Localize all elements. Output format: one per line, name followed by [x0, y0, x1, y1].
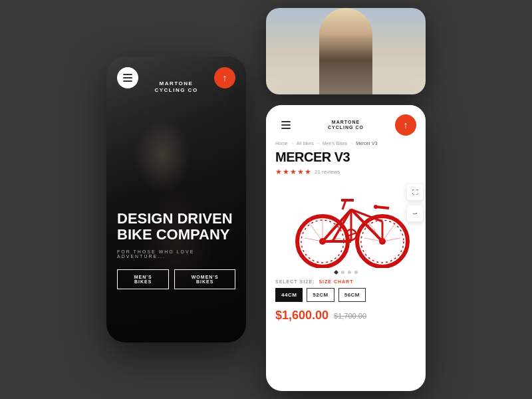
- brand-name-line1: MARTONE: [154, 80, 198, 87]
- cta-button-group: MEN'S BIKES WOMEN'S BIKES: [117, 269, 235, 289]
- expand-button[interactable]: ⛶: [407, 184, 423, 200]
- womens-bikes-button[interactable]: WOMEN'S BIKES: [174, 269, 235, 289]
- share-button[interactable]: ↑: [214, 67, 235, 88]
- bg-overlay: [106, 57, 246, 342]
- product-brand-line1: MARTONE: [328, 120, 364, 125]
- size-label: SELECT SIZE:: [275, 279, 315, 284]
- share-icon: ↑: [403, 120, 408, 130]
- brand-name-line2: CYCLING CO: [154, 87, 198, 94]
- carousel-indicators: [266, 271, 426, 274]
- breadcrumb-all-bikes[interactable]: All bikes: [297, 141, 314, 146]
- size-chart-link[interactable]: SIZE CHART: [319, 279, 353, 284]
- size-buttons: 44CM 52CM 56CM: [275, 288, 416, 302]
- phone-left: MARTONE CYCLING CO ↑ DESIGN DRIVEN BIKE …: [106, 57, 246, 342]
- svg-line-25: [369, 223, 382, 241]
- breadcrumb-mens-bikes[interactable]: Men's Bikes: [323, 141, 348, 146]
- menu-line: [281, 121, 291, 122]
- reviews-count: 21 reviews: [315, 169, 340, 175]
- product-menu-button[interactable]: [275, 114, 297, 136]
- product-share-button[interactable]: ↑: [395, 114, 416, 136]
- headline-line2: BIKE COMPANY: [117, 226, 230, 243]
- breadcrumb-arrow: →: [290, 141, 295, 146]
- svg-line-27: [382, 223, 396, 241]
- size-button-44[interactable]: 44CM: [275, 288, 303, 302]
- svg-line-15: [342, 200, 346, 209]
- size-button-52[interactable]: 52CM: [307, 288, 334, 302]
- product-brand-line2: CYCLING CO: [328, 125, 364, 130]
- stars-row: ★★★★★ 21 reviews: [275, 168, 416, 176]
- bike-image-area: ⛶ ⤻: [266, 182, 426, 268]
- phone-left-screen: MARTONE CYCLING CO ↑ DESIGN DRIVEN BIKE …: [106, 57, 246, 342]
- dot-3[interactable]: [348, 271, 351, 274]
- star-rating: ★★★★★: [275, 168, 312, 176]
- dot-2[interactable]: [341, 271, 344, 274]
- menu-line: [281, 128, 291, 129]
- size-section: SELECT SIZE: SIZE CHART 44CM 52CM 56CM: [266, 279, 426, 302]
- dot-4[interactable]: [354, 271, 358, 274]
- right-section: MARTONE CYCLING CO ↑ Home → All bikes → …: [266, 8, 426, 391]
- share-side-icon: ⤻: [412, 210, 418, 217]
- brand-logo: MARTONE CYCLING CO: [154, 80, 198, 93]
- hero-subtext: FOR THOSE WHO LOVE ADVENTURE...: [117, 249, 235, 259]
- phone-top-small: [266, 8, 426, 94]
- headline-line1: DESIGN DRIVEN: [117, 210, 233, 227]
- menu-button[interactable]: [117, 67, 138, 88]
- share-icon: ↑: [223, 72, 227, 83]
- dot-1[interactable]: [333, 270, 338, 275]
- size-label-row: SELECT SIZE: SIZE CHART: [275, 279, 416, 284]
- svg-point-14: [374, 205, 378, 209]
- svg-line-20: [309, 223, 323, 241]
- size-button-56[interactable]: 56CM: [338, 288, 366, 302]
- phone-product: MARTONE CYCLING CO ↑ Home → All bikes → …: [266, 105, 426, 391]
- menu-line: [123, 80, 132, 82]
- breadcrumb-home[interactable]: Home: [275, 141, 288, 146]
- hero-content: DESIGN DRIVEN BIKE COMPANY FOR THOSE WHO…: [117, 211, 235, 289]
- breadcrumb: Home → All bikes → Men's Bikes → Mercer …: [266, 141, 426, 150]
- original-price: $1,700.00: [334, 312, 366, 320]
- menu-line: [123, 74, 132, 75]
- svg-line-13: [376, 207, 389, 208]
- product-content: MERCER V3 ★★★★★ 21 reviews: [266, 150, 426, 176]
- nav-bar: MARTONE CYCLING CO ↑: [106, 67, 246, 88]
- product-title: MERCER V3: [275, 150, 416, 165]
- menu-line: [281, 124, 291, 126]
- breadcrumb-current: Mercer V3: [356, 141, 377, 146]
- mens-bikes-button[interactable]: MEN'S BIKES: [117, 269, 169, 289]
- current-price: $1,600.00: [275, 309, 329, 323]
- expand-icon: ⛶: [412, 189, 418, 196]
- bike-illustration: [266, 182, 426, 268]
- share-side-button[interactable]: ⤻: [407, 205, 423, 221]
- breadcrumb-arrow: →: [349, 141, 354, 146]
- product-nav: MARTONE CYCLING CO ↑: [266, 105, 426, 141]
- price-section: $1,600.00 $1,700.00: [266, 309, 426, 323]
- hero-headline: DESIGN DRIVEN BIKE COMPANY: [117, 211, 235, 243]
- breadcrumb-arrow: →: [316, 141, 321, 146]
- menu-line: [123, 77, 132, 78]
- product-brand-logo: MARTONE CYCLING CO: [328, 120, 364, 131]
- man-photo-bg: [266, 8, 426, 94]
